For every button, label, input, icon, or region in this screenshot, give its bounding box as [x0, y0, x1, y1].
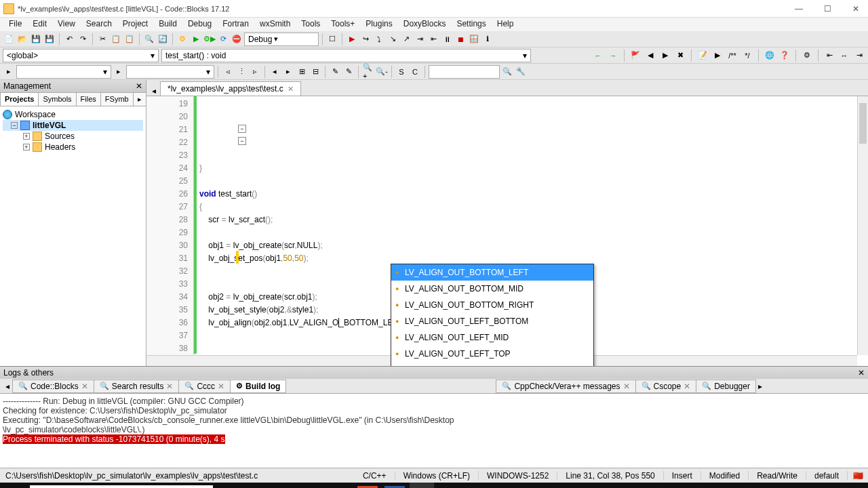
logtab-debugger[interactable]: 🔍Debugger: [696, 380, 756, 393]
tree-workspace[interactable]: Workspace: [3, 109, 143, 120]
tree-headers[interactable]: + Headers: [3, 142, 143, 152]
step-into-icon[interactable]: ↘: [387, 33, 399, 45]
build-run-icon[interactable]: ⚙▶: [203, 33, 216, 45]
tab-more[interactable]: ▸: [133, 92, 146, 106]
build-icon[interactable]: ⚙: [176, 33, 189, 45]
run-to-cursor-icon[interactable]: ↪: [359, 33, 372, 45]
copy-icon[interactable]: 📋: [110, 33, 122, 45]
edge-icon[interactable]: 🌐: [301, 483, 326, 488]
next-line-icon[interactable]: ⤵: [373, 33, 385, 45]
doxy-config-icon[interactable]: ⚙: [801, 49, 813, 62]
autocomplete-item[interactable]: LV_ALIGN_OUT_LEFT_BOTTOM: [391, 313, 593, 329]
start-button[interactable]: [0, 483, 27, 488]
break-icon[interactable]: ⏸: [441, 33, 453, 45]
taskbar-search[interactable]: 🔍 在这里输入你要搜索的内容: [30, 485, 213, 488]
autocomplete-item[interactable]: LV_ALIGN_OUT_BOTTOM_LEFT: [391, 264, 593, 281]
autocomplete-item[interactable]: LV_ALIGN_OUT_BOTTOM_RIGHT: [391, 297, 593, 313]
file-tab[interactable]: *lv_examples\lv_apps\test\test.c ✕: [160, 81, 301, 96]
step-out-icon[interactable]: ↗: [400, 33, 412, 45]
logtab-nav-right-icon[interactable]: ▸: [755, 382, 765, 391]
doxy-block-icon[interactable]: /**: [726, 49, 738, 62]
abort-icon[interactable]: ⛔: [231, 33, 243, 45]
replace-icon[interactable]: 🔄: [157, 33, 169, 45]
redo-icon[interactable]: ↷: [77, 33, 89, 45]
maximize-button[interactable]: ☐: [818, 3, 837, 15]
minimize-button[interactable]: —: [789, 3, 808, 15]
info-icon[interactable]: ℹ: [481, 33, 494, 45]
expand-icon[interactable]: +: [23, 133, 30, 140]
menu-plugins[interactable]: Plugins: [360, 18, 397, 31]
taskview-icon[interactable]: ◯: [220, 483, 244, 488]
tb3-icon[interactable]: ⊞: [296, 66, 308, 78]
close-panel-icon[interactable]: ✕: [136, 81, 142, 91]
bookmark-prev-icon[interactable]: ◀: [644, 49, 656, 62]
logtab-cccc[interactable]: 🔍Cccc✕: [178, 380, 231, 393]
project-tree[interactable]: Workspace − littleVGL + Sources + Header…: [0, 106, 146, 366]
undo-icon[interactable]: ↶: [63, 33, 75, 45]
menu-view[interactable]: View: [52, 18, 81, 31]
tb3-icon[interactable]: ✎: [342, 66, 355, 78]
menu-fortran[interactable]: Fortran: [217, 18, 254, 31]
tb3-icon[interactable]: ▸: [113, 66, 125, 78]
step-instr-icon[interactable]: ⇤: [427, 33, 439, 45]
fold-icon[interactable]: −: [238, 125, 246, 133]
scope-combo[interactable]: <global>▾: [3, 49, 159, 62]
tab-projects[interactable]: Projects: [0, 92, 39, 106]
tb3-icon[interactable]: ▸: [282, 66, 294, 78]
zoom-out-icon[interactable]: 🔍-: [376, 66, 388, 78]
cut-icon[interactable]: ✂: [96, 33, 108, 45]
tab-fsymb[interactable]: FSymb: [100, 92, 134, 106]
jump-fwd-icon[interactable]: →: [607, 49, 619, 62]
menu-settings[interactable]: Settings: [451, 18, 491, 31]
menu-edit[interactable]: Edit: [27, 18, 52, 31]
logtab-codeblocks[interactable]: 🔍Code::Blocks✕: [12, 380, 94, 393]
menu-build[interactable]: Build: [153, 18, 182, 31]
autocomplete-item[interactable]: LV_ALIGN_OUT_BOTTOM_MID: [391, 281, 593, 297]
nav-fwd-icon[interactable]: ⇥: [853, 49, 865, 62]
menu-debug[interactable]: Debug: [182, 18, 217, 31]
close-logs-icon[interactable]: ✕: [858, 368, 865, 378]
camera-icon[interactable]: 📷: [247, 483, 271, 488]
find-icon[interactable]: 🔍: [143, 33, 155, 45]
menu-help[interactable]: Help: [492, 18, 519, 31]
stop-icon[interactable]: ⏹: [454, 33, 467, 45]
doxy-chm-icon[interactable]: ❓: [778, 49, 791, 62]
debug-windows-icon[interactable]: 🪟: [468, 33, 480, 45]
menu-toolsplus[interactable]: Tools+: [326, 18, 360, 31]
codeblocks-icon[interactable]: 🟨: [410, 483, 434, 488]
app-icon[interactable]: 🟥: [274, 483, 298, 488]
fold-icon[interactable]: −: [238, 137, 246, 145]
doxy-icon[interactable]: 📝: [696, 49, 709, 62]
debug-run-icon[interactable]: ▶: [346, 33, 358, 45]
tb3-combo1[interactable]: ▾: [16, 65, 111, 79]
search-opt-icon[interactable]: 🔧: [515, 66, 527, 78]
paste-icon[interactable]: 📋: [123, 33, 136, 45]
next-instr-icon[interactable]: ⇥: [414, 33, 426, 45]
close-button[interactable]: ✕: [847, 3, 865, 15]
jump-back-icon[interactable]: ←: [592, 49, 604, 62]
tab-nav-left-icon[interactable]: ◂: [149, 86, 159, 96]
log-output[interactable]: -------------- Run: Debug in littleVGL (…: [0, 394, 868, 468]
tree-sources[interactable]: + Sources: [3, 131, 143, 142]
tb3-icon[interactable]: ▹: [249, 66, 261, 78]
build-target-combo[interactable]: Debug ▾: [244, 33, 319, 46]
logtab-cscope[interactable]: 🔍Cscope✕: [635, 380, 697, 393]
tab-symbols[interactable]: Symbols: [38, 92, 76, 106]
menu-wxsmith[interactable]: wxSmith: [254, 18, 296, 31]
tb3-search[interactable]: [429, 65, 500, 79]
collapse-icon[interactable]: −: [11, 122, 18, 129]
new-file-icon[interactable]: 📄: [3, 33, 15, 45]
tree-project[interactable]: − littleVGL: [3, 120, 143, 131]
autocomplete-item[interactable]: LV_ALIGN_OUT_RIGHT_BOTTOM: [391, 362, 593, 366]
tb3-icon[interactable]: ⋮: [235, 66, 248, 78]
tb3-icon[interactable]: ◂: [269, 66, 281, 78]
logtab-nav-left-icon[interactable]: ◂: [3, 382, 12, 391]
close-tab-icon[interactable]: ✕: [288, 85, 294, 94]
tb3-s-icon[interactable]: S: [395, 66, 408, 78]
run-icon[interactable]: ▶: [190, 33, 202, 45]
bookmark-toggle-icon[interactable]: 🚩: [629, 49, 642, 62]
vertical-scrollbar[interactable]: [857, 96, 868, 355]
open-file-icon[interactable]: 📂: [16, 33, 28, 45]
menu-search[interactable]: Search: [81, 18, 117, 31]
rebuild-icon[interactable]: ⟳: [217, 33, 229, 45]
